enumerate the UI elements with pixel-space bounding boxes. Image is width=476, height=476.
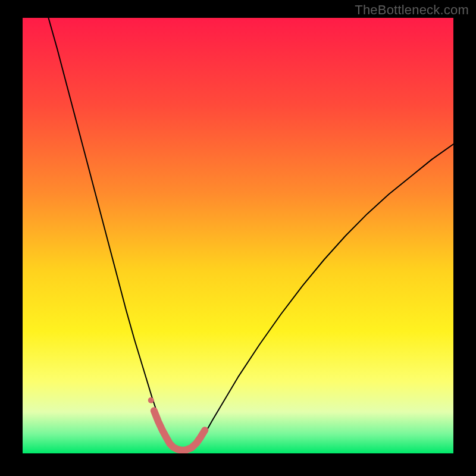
chart-frame: TheBottleneck.com (0, 0, 476, 476)
highlight-band (154, 411, 205, 450)
highlight-dot (148, 397, 154, 403)
watermark-text: TheBottleneck.com (355, 2, 469, 18)
plot-area (23, 18, 453, 453)
bottleneck-curve (48, 18, 453, 452)
curve-layer (23, 18, 453, 453)
